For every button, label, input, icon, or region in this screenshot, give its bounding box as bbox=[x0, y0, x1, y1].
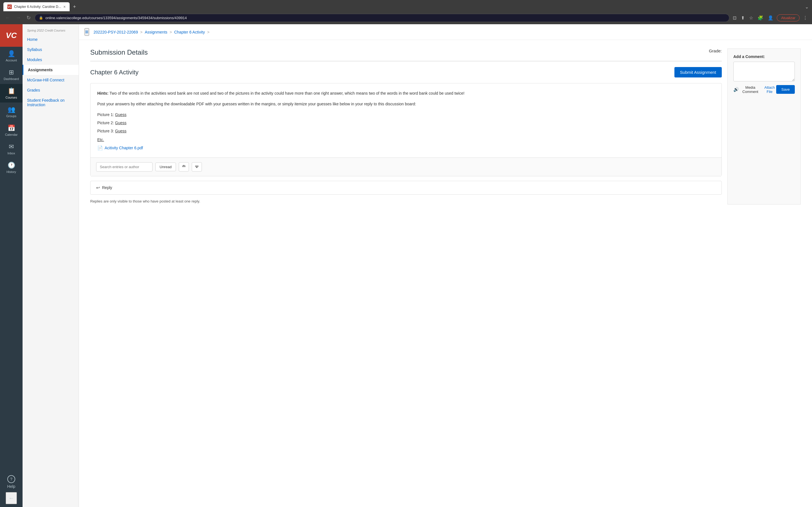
hamburger-btn[interactable]: ≡ bbox=[85, 28, 89, 36]
picture-list: Picture 1: Guess Picture 2: Guess Pictur… bbox=[97, 112, 715, 134]
reply-icon: ↩ bbox=[96, 185, 100, 190]
search-entries-input[interactable] bbox=[96, 162, 153, 172]
svg-marker-5 bbox=[196, 167, 198, 168]
sort-down-btn[interactable] bbox=[192, 162, 202, 172]
course-nav-mcgraw[interactable]: McGraw-Hill Connect bbox=[22, 75, 79, 85]
course-nav-assignments[interactable]: Assignments bbox=[22, 65, 79, 75]
sidebar-item-inbox[interactable]: ✉ Inbox bbox=[0, 140, 22, 158]
guess-link-2[interactable]: Guess bbox=[115, 121, 126, 125]
breadcrumb-chapter-activity[interactable]: Chapter 6 Activity bbox=[174, 30, 205, 34]
app-container: VC 👤 Account ⊞ Dashboard 📋 Courses 👥 Gro… bbox=[0, 24, 812, 507]
active-tab[interactable]: VC Chapter 6 Activity: Caroline D... × bbox=[3, 2, 70, 11]
media-comment-btn[interactable]: 🔊 Media Comment bbox=[733, 86, 760, 94]
picture-item-3: Picture 3: Guess bbox=[97, 128, 715, 134]
submit-assignment-btn[interactable]: Submit Assignment bbox=[674, 67, 722, 77]
help-icon: ? bbox=[7, 475, 15, 483]
course-nav-student-feedback[interactable]: Student Feedback on Instruction bbox=[22, 95, 79, 110]
pdf-icon: 📄 bbox=[97, 145, 103, 151]
comment-textarea[interactable] bbox=[733, 62, 795, 81]
calendar-icon: 📅 bbox=[8, 124, 15, 132]
forward-btn[interactable]: → bbox=[14, 14, 22, 22]
assignment-header: Chapter 6 Activity Submit Assignment bbox=[90, 67, 722, 77]
sidebar-item-calendar[interactable]: 📅 Calendar bbox=[0, 121, 22, 140]
translate-icon[interactable]: ⊡ bbox=[732, 14, 738, 22]
hints-text: Hints: Two of the words in the activitie… bbox=[97, 90, 715, 96]
groups-icon: 👥 bbox=[8, 106, 15, 113]
profile-icon[interactable]: 👤 bbox=[767, 14, 774, 22]
account-icon: 👤 bbox=[8, 50, 15, 57]
svg-rect-4 bbox=[195, 166, 199, 167]
hints-label: Hints: bbox=[97, 91, 109, 96]
grade-label: Grade: bbox=[709, 48, 722, 53]
sidebar-item-courses[interactable]: 📋 Courses bbox=[0, 84, 22, 103]
inbox-icon: ✉ bbox=[9, 143, 14, 151]
extensions-icon[interactable]: 🧩 bbox=[756, 14, 764, 22]
tab-title: Chapter 6 Activity: Caroline D... bbox=[14, 5, 61, 9]
course-sidebar: Spring 2022 Credit Courses Home Syllabus… bbox=[22, 24, 79, 507]
pdf-attachment[interactable]: 📄 Acitivity Chapter 6.pdf bbox=[97, 145, 715, 151]
svg-rect-3 bbox=[195, 166, 199, 166]
save-comment-btn[interactable]: Save bbox=[776, 85, 795, 94]
sidebar-item-dashboard[interactable]: ⊞ Dashboard bbox=[0, 65, 22, 84]
tab-bar: VC Chapter 6 Activity: Caroline D... × +… bbox=[0, 0, 812, 11]
comment-left-actions: 🔊 Media Comment Attach File bbox=[733, 86, 776, 94]
submission-header: Submission Details Grade: bbox=[90, 48, 722, 61]
address-bar[interactable]: 🔒 online.valenciacollege.edu/courses/133… bbox=[35, 14, 729, 22]
comment-actions: 🔊 Media Comment Attach File Save bbox=[733, 85, 795, 94]
sort-up-btn[interactable] bbox=[179, 162, 189, 172]
collapse-nav-btn[interactable]: ← bbox=[6, 492, 17, 504]
body-text: Post your answers by either attaching th… bbox=[97, 101, 715, 107]
etc-link[interactable]: Etc. bbox=[97, 137, 715, 142]
vc-logo[interactable]: VC bbox=[0, 24, 22, 47]
share-icon[interactable]: ⬆ bbox=[740, 14, 746, 22]
discussion-content: Hints: Two of the words in the activitie… bbox=[91, 83, 721, 158]
new-tab-btn[interactable]: + bbox=[71, 3, 79, 11]
course-nav-home[interactable]: Home bbox=[22, 34, 79, 45]
assignment-title: Chapter 6 Activity bbox=[90, 69, 139, 76]
submission-title: Submission Details bbox=[90, 48, 148, 56]
tab-dropdown-icon[interactable]: ⌄ bbox=[805, 4, 809, 10]
course-nav-modules[interactable]: Modules bbox=[22, 55, 79, 65]
unread-btn[interactable]: Unread bbox=[155, 163, 176, 171]
course-nav-grades[interactable]: Grades bbox=[22, 85, 79, 95]
dashboard-icon: ⊞ bbox=[9, 69, 14, 76]
tab-close-btn[interactable]: × bbox=[63, 4, 66, 9]
content-left: Submission Details Grade: Chapter 6 Acti… bbox=[90, 48, 722, 205]
guess-link-3[interactable]: Guess bbox=[115, 129, 126, 133]
picture-item-2: Picture 2: Guess bbox=[97, 120, 715, 126]
discussion-box: Hints: Two of the words in the activitie… bbox=[90, 83, 722, 176]
svg-rect-1 bbox=[182, 166, 186, 167]
breadcrumb: ≡ 202220-PSY-2012-22069 > Assignments > … bbox=[79, 24, 812, 40]
back-btn[interactable]: ← bbox=[3, 14, 12, 22]
url-text: online.valenciacollege.edu/courses/13359… bbox=[45, 16, 725, 20]
discussion-footer: Unread bbox=[91, 158, 721, 176]
tab-favicon: VC bbox=[7, 4, 12, 9]
menu-icon[interactable]: ⋮ bbox=[802, 14, 809, 22]
media-icon: 🔊 bbox=[733, 87, 739, 92]
guess-link-1[interactable]: Guess bbox=[115, 112, 126, 117]
courses-icon: 📋 bbox=[8, 87, 15, 95]
reload-btn[interactable]: ↻ bbox=[25, 13, 33, 22]
course-label: Spring 2022 Credit Courses bbox=[22, 24, 79, 34]
sidebar-item-help[interactable]: ? Help bbox=[6, 472, 17, 492]
sidebar-item-history[interactable]: 🕐 History bbox=[0, 158, 22, 177]
browser-toolbar: ← → ↻ 🔒 online.valenciacollege.edu/cours… bbox=[0, 11, 812, 24]
attach-file-btn[interactable]: Attach File bbox=[763, 86, 776, 94]
course-nav-syllabus[interactable]: Syllabus bbox=[22, 45, 79, 55]
lock-icon: 🔒 bbox=[39, 16, 43, 20]
sidebar-item-account[interactable]: 👤 Account bbox=[0, 47, 22, 65]
bookmark-icon[interactable]: ☆ bbox=[748, 14, 754, 22]
breadcrumb-sep-3: > bbox=[207, 30, 209, 34]
sidebar-item-groups[interactable]: 👥 Groups bbox=[0, 103, 22, 121]
comment-section: Add a Comment: 🔊 Media Comment Attach Fi… bbox=[727, 48, 801, 205]
toolbar-actions: ⊡ ⬆ ☆ 🧩 👤 Atualizar ⋮ bbox=[732, 14, 809, 22]
picture-item-1: Picture 1: Guess bbox=[97, 112, 715, 118]
update-btn[interactable]: Atualizar bbox=[777, 14, 800, 21]
breadcrumb-sep-1: > bbox=[140, 30, 142, 34]
svg-marker-2 bbox=[183, 165, 185, 166]
breadcrumb-assignments[interactable]: Assignments bbox=[145, 30, 167, 34]
breadcrumb-course[interactable]: 202220-PSY-2012-22069 bbox=[94, 30, 138, 34]
breadcrumb-sep-2: > bbox=[170, 30, 172, 34]
reply-box[interactable]: ↩ Reply bbox=[90, 181, 722, 194]
replies-notice: Replies are only visible to those who ha… bbox=[90, 198, 722, 205]
